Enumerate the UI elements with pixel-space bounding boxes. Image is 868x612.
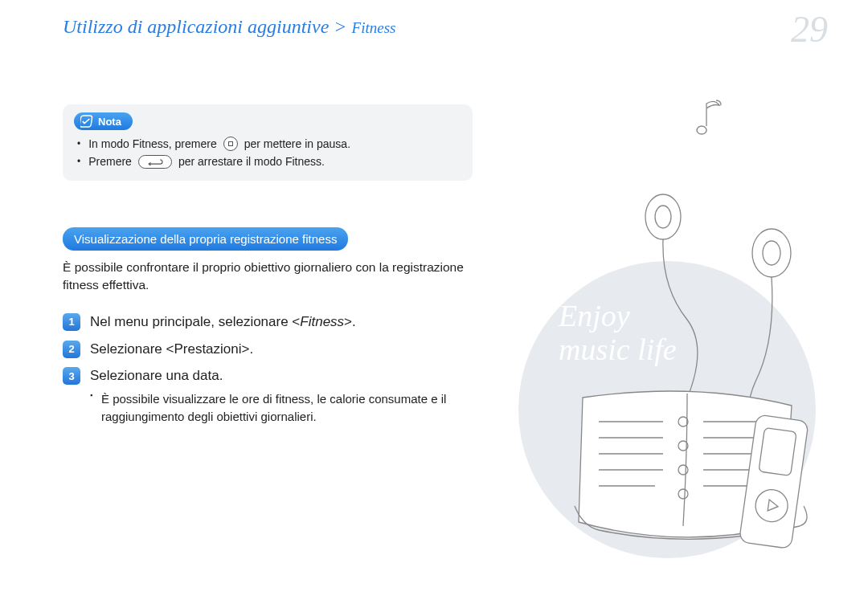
section-description: È possibile confrontare il proprio obiet…: [63, 259, 473, 295]
content-column: Nota In modo Fitness, premere per metter…: [63, 104, 473, 434]
stop-key-icon: [223, 137, 238, 151]
nota-line-1: In modo Fitness, premere per mettere in …: [77, 135, 461, 153]
nota-line-2-pre: Premere: [88, 153, 132, 170]
step-text: Selezionare una data. È possibile visual…: [90, 366, 473, 425]
check-icon: [80, 115, 93, 128]
step-number: 3: [63, 367, 80, 385]
step-text: Selezionare <Prestazioni>.: [90, 340, 253, 359]
step-sub-list: È possibile visualizzare le ore di fitne…: [90, 390, 473, 426]
nota-bullets: In modo Fitness, premere per mettere in …: [74, 135, 461, 171]
nota-line-1-pre: In modo Fitness, premere: [88, 135, 217, 153]
nota-line-1-post: per mettere in pausa.: [244, 135, 350, 153]
page-number: 29: [791, 8, 828, 51]
section: Visualizzazione della propria registrazi…: [63, 227, 473, 426]
step-number: 2: [63, 341, 80, 358]
svg-rect-9: [739, 414, 809, 549]
step-3: 3 Selezionare una data. È possibile visu…: [63, 366, 473, 425]
illustration-area: Enjoy music life: [518, 92, 840, 574]
step-1: 1 Nel menu principale, selezionare <Fitn…: [63, 312, 473, 332]
breadcrumb-main: Utilizzo di applicazioni aggiuntive >: [63, 16, 347, 37]
breadcrumb: Utilizzo di applicazioni aggiuntive > Fi…: [63, 16, 395, 38]
step-number: 1: [63, 313, 80, 331]
step-1-pre: Nel menu principale, selezionare <: [90, 314, 300, 329]
svg-point-2: [655, 206, 671, 228]
nota-line-2: Premere per arrestare il modo Fitness.: [77, 153, 461, 170]
step-1-post: >.: [344, 314, 356, 329]
step-sub-item: È possibile visualizzare le ore di fitne…: [101, 390, 473, 426]
nota-line-2-post: per arrestare il modo Fitness.: [178, 153, 325, 170]
breadcrumb-sub: Fitness: [352, 19, 396, 36]
svg-point-4: [763, 241, 780, 265]
step-2: 2 Selezionare <Prestazioni>.: [63, 340, 473, 359]
player-device-illustration: [739, 414, 812, 554]
music-note-icon: [687, 92, 727, 137]
step-1-em: Fitness: [300, 314, 344, 329]
steps-list: 1 Nel menu principale, selezionare <Fitn…: [63, 312, 473, 426]
step-3-pre: Selezionare una data.: [90, 368, 223, 383]
nota-label: Nota: [98, 116, 121, 128]
nota-pill: Nota: [74, 112, 133, 130]
page-header: Utilizzo di applicazioni aggiuntive > Fi…: [63, 16, 844, 38]
nota-box: Nota In modo Fitness, premere per metter…: [63, 104, 473, 181]
section-heading: Visualizzazione della propria registrazi…: [63, 227, 348, 251]
back-key-icon: [138, 155, 172, 169]
step-2-pre: Selezionare <Prestazioni>.: [90, 341, 253, 357]
step-text: Nel menu principale, selezionare <Fitnes…: [90, 312, 356, 332]
